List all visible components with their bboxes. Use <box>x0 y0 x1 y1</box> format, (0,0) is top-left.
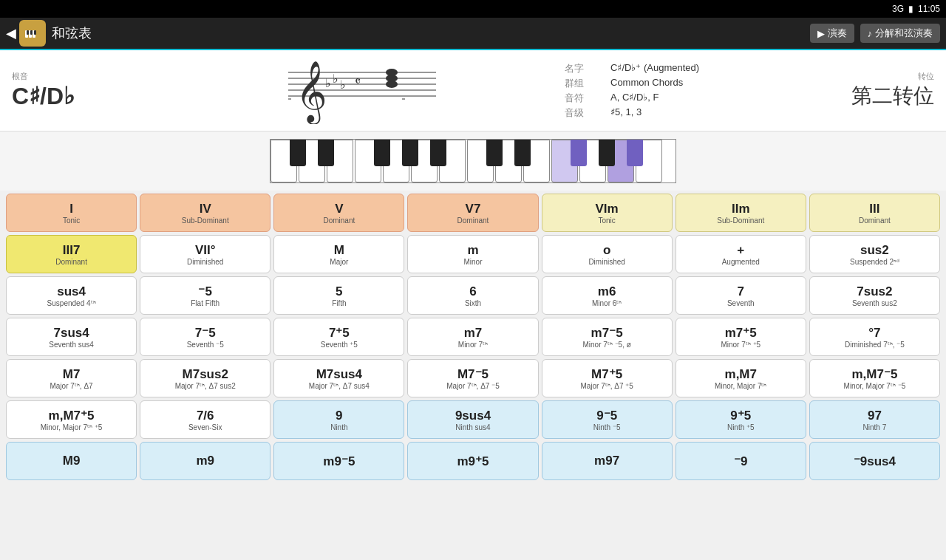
chord-cell-4-1[interactable]: M7sus2Major 7ᵗʰ, Δ7 sus2 <box>140 359 270 397</box>
play-icon: ▶ <box>817 28 825 39</box>
chord-cell-3-0[interactable]: 7sus4Seventh sus4 <box>6 318 137 356</box>
chord-cell-5-2[interactable]: 9Ninth <box>273 400 404 439</box>
chord-main-label: VIm <box>596 202 619 216</box>
chord-sub-label: Major 7ᵗʰ, Δ7 sus4 <box>309 382 370 390</box>
chord-cell-2-4[interactable]: m6Minor 6ᵗʰ <box>542 276 673 315</box>
chord-info: 名字 C♯/D♭⁺ (Augmented) 群组 Common Chords 音… <box>565 62 786 120</box>
chord-sub-label: Seventh sus2 <box>852 299 897 307</box>
chord-main-label: sus4 <box>57 284 86 299</box>
chord-cell-0-0[interactable]: ITonic <box>6 194 137 232</box>
chord-main-label: o <box>603 243 610 258</box>
chord-cell-0-5[interactable]: IImSub-Dominant <box>676 194 806 232</box>
chord-cell-6-2[interactable]: m9⁻5 <box>273 442 404 480</box>
chord-sub-label: Tonic <box>63 216 80 225</box>
key-fs[interactable] <box>374 140 390 166</box>
chord-row-0: ITonicIVSub-DominantVDominantV7DominantV… <box>6 194 940 232</box>
key-cs[interactable] <box>290 140 306 166</box>
chord-cell-4-6[interactable]: m,M7⁻5Minor, Major 7ᵗʰ ⁻5 <box>809 359 940 397</box>
app-logo <box>19 20 46 47</box>
chord-sub-label: Dominant <box>457 216 489 225</box>
chord-cell-2-2[interactable]: 5Fifth <box>273 276 404 315</box>
chord-sub-label: Ninth ⁺5 <box>727 423 755 431</box>
app-title: 和弦表 <box>52 24 810 42</box>
key-ds2[interactable] <box>514 140 531 166</box>
chord-cell-3-3[interactable]: m7Minor 7ᵗʰ <box>407 318 538 356</box>
key-as[interactable] <box>430 140 446 166</box>
chord-main-label: M9 <box>63 454 81 468</box>
chord-sub-label: Seventh sus4 <box>49 341 94 349</box>
chord-cell-0-6[interactable]: IIIDominant <box>809 194 940 232</box>
chord-sub-label: Suspended 2ⁿᵈ <box>850 258 899 266</box>
chord-main-label: V7 <box>466 202 481 216</box>
chord-cell-0-1[interactable]: IVSub-Dominant <box>140 194 270 232</box>
chord-cell-5-4[interactable]: 9⁻5Ninth ⁻5 <box>542 400 673 439</box>
key-gs2[interactable] <box>599 140 615 166</box>
chord-cell-1-0[interactable]: III7Dominant <box>6 235 137 273</box>
chord-cell-6-3[interactable]: m9⁺5 <box>407 442 538 480</box>
chord-cell-6-4[interactable]: m97 <box>542 442 673 480</box>
chord-cell-2-6[interactable]: 7sus2Seventh sus2 <box>809 276 940 315</box>
chord-cell-3-4[interactable]: m7⁻5Minor 7ᵗʰ ⁻5, ø <box>542 318 673 356</box>
chord-sub-label: Major <box>330 258 348 266</box>
chord-main-label: m7 <box>464 326 483 341</box>
chord-sub-label: Ninth ⁻5 <box>593 423 621 431</box>
chord-cell-5-3[interactable]: 9sus4Ninth sus4 <box>407 400 538 439</box>
chord-cell-4-4[interactable]: M7⁺5Major 7ᵗʰ, Δ7 ⁺5 <box>542 359 673 397</box>
chord-cell-6-0[interactable]: M9 <box>6 442 137 480</box>
piano-keyboard[interactable] <box>270 139 676 183</box>
back-button[interactable]: ◀ <box>6 25 16 41</box>
chord-cell-1-4[interactable]: oDiminished <box>542 235 673 273</box>
arpeggio-button[interactable]: ♪ 分解和弦演奏 <box>860 24 941 43</box>
degree-value: ♯5, 1, 3 <box>610 106 786 120</box>
key-fs2-highlight[interactable] <box>571 140 587 166</box>
chord-cell-1-1[interactable]: VII°Diminished <box>140 235 270 273</box>
key-as2-highlight[interactable] <box>627 140 643 166</box>
chord-cell-0-3[interactable]: V7Dominant <box>407 194 538 232</box>
name-label: 名字 <box>565 62 609 75</box>
chord-cell-5-5[interactable]: 9⁺5Ninth ⁺5 <box>676 400 806 439</box>
chord-cell-4-2[interactable]: M7sus4Major 7ᵗʰ, Δ7 sus4 <box>273 359 404 397</box>
chord-cell-6-5[interactable]: ⁻9 <box>676 442 806 480</box>
chord-cell-3-6[interactable]: °7Diminished 7ᵗʰ, ⁻5 <box>809 318 940 356</box>
chord-sub-label: Seventh <box>727 299 755 307</box>
chord-cell-1-3[interactable]: mMinor <box>407 235 538 273</box>
chord-cell-2-0[interactable]: sus4Suspended 4ᵗʰ <box>6 276 137 315</box>
chord-cell-2-5[interactable]: 7Seventh <box>676 276 806 315</box>
chord-cell-3-2[interactable]: 7⁺5Seventh ⁺5 <box>273 318 404 356</box>
chord-main-label: M7⁻5 <box>457 366 489 382</box>
chord-cell-4-5[interactable]: m,M7Minor, Major 7ᵗʰ <box>676 359 806 397</box>
chord-cell-3-5[interactable]: m7⁺5Minor 7ᵗʰ ⁺5 <box>676 318 806 356</box>
chord-cell-3-1[interactable]: 7⁻5Seventh ⁻5 <box>140 318 270 356</box>
chord-cell-4-3[interactable]: M7⁻5Major 7ᵗʰ, Δ7 ⁻5 <box>407 359 538 397</box>
chord-cell-0-2[interactable]: VDominant <box>273 194 404 232</box>
chord-cell-6-1[interactable]: m9 <box>140 442 270 480</box>
key-ds[interactable] <box>318 140 334 166</box>
chord-main-label: 9sus4 <box>455 409 491 423</box>
chord-cell-4-0[interactable]: M7Major 7ᵗʰ, Δ7 <box>6 359 137 397</box>
chord-cell-1-5[interactable]: +Augmented <box>676 235 806 273</box>
chord-cell-6-6[interactable]: ⁻9sus4 <box>809 442 940 480</box>
chord-cell-5-0[interactable]: m,M7⁺5Minor, Major 7ᵗʰ ⁺5 <box>6 400 137 439</box>
play-button[interactable]: ▶ 演奏 <box>810 24 854 43</box>
chord-sub-label: Flat Fifth <box>191 299 220 307</box>
chord-cell-1-6[interactable]: sus2Suspended 2ⁿᵈ <box>809 235 940 273</box>
chord-sub-label: Major 7ᵗʰ, Δ7 ⁻5 <box>446 382 499 390</box>
key-gs[interactable] <box>402 140 418 166</box>
chord-main-label: 7/6 <box>197 409 214 423</box>
chord-cell-5-6[interactable]: 97Ninth 7 <box>809 400 940 439</box>
chord-cell-0-4[interactable]: VImTonic <box>542 194 673 232</box>
chord-sub-label: Sixth <box>465 299 481 307</box>
chord-sub-label: Major 7ᵗʰ, Δ7 <box>50 382 92 390</box>
chord-cell-5-1[interactable]: 7/6Seven-Six <box>140 400 270 439</box>
chord-main-label: M7⁺5 <box>591 366 622 382</box>
piano-icon <box>24 24 41 42</box>
chord-cell-2-3[interactable]: 6Sixth <box>407 276 538 315</box>
chord-sub-label: Suspended 4ᵗʰ <box>47 299 96 307</box>
chord-cell-2-1[interactable]: ⁻5Flat Fifth <box>140 276 270 315</box>
key-cs2[interactable] <box>486 140 503 166</box>
chord-sub-label: Minor, Major 7ᵗʰ ⁺5 <box>41 423 103 431</box>
chord-cell-1-2[interactable]: MMajor <box>273 235 404 273</box>
svg-text:♭: ♭ <box>325 77 331 89</box>
inversion-value: 第二转位 <box>786 82 934 110</box>
inversion-area: 转位 第二转位 <box>786 71 934 110</box>
